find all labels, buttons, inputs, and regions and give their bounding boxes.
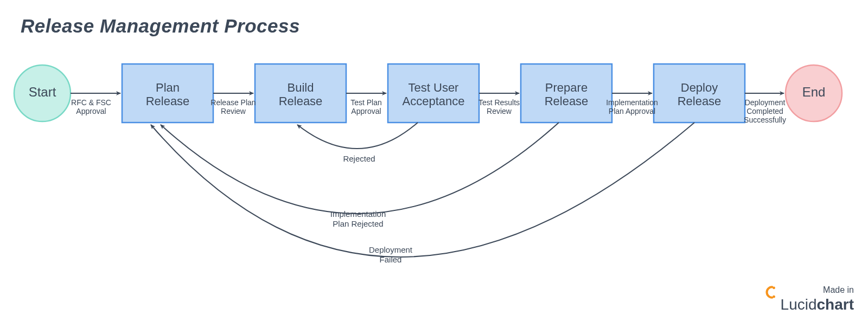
- edge-test-results-review: Test Results Review: [478, 93, 520, 115]
- feedback-deployment-failed: Deployment Failed: [151, 123, 694, 264]
- prepare-release-node: Prepare Release: [521, 64, 612, 123]
- svg-text:Start: Start: [29, 85, 56, 99]
- svg-point-44: [773, 296, 775, 298]
- svg-text:Release: Release: [279, 94, 323, 108]
- svg-text:Deploy: Deploy: [681, 81, 718, 94]
- svg-text:Review: Review: [487, 107, 512, 115]
- flowchart-canvas: Start Plan Release Build Release Test Us…: [0, 0, 868, 321]
- svg-text:Prepare: Prepare: [545, 81, 588, 94]
- deploy-release-node: Deploy Release: [654, 64, 745, 123]
- svg-text:Release: Release: [678, 94, 722, 108]
- svg-text:Rejected: Rejected: [343, 154, 375, 163]
- svg-text:Build: Build: [288, 81, 314, 94]
- start-node: Start: [14, 65, 71, 121]
- svg-text:Test Plan: Test Plan: [350, 98, 382, 107]
- svg-text:Plan Rejected: Plan Rejected: [333, 219, 383, 228]
- svg-text:Successfully: Successfully: [744, 115, 786, 124]
- svg-text:Test User: Test User: [409, 81, 459, 94]
- edge-test-plan-approval: Test Plan Approval: [346, 93, 386, 115]
- edge-implementation-plan-approval: Implementation Plan Approval: [606, 93, 658, 115]
- feedback-rejected: Rejected: [297, 123, 418, 163]
- svg-text:Release: Release: [545, 94, 589, 108]
- svg-text:Approval: Approval: [76, 107, 106, 115]
- svg-text:Implementation: Implementation: [606, 98, 658, 107]
- svg-text:Deployment: Deployment: [369, 245, 413, 254]
- svg-text:RFC & FSC: RFC & FSC: [71, 98, 111, 107]
- edge-release-plan-review: Release Plan Review: [210, 93, 256, 115]
- svg-text:Acceptance: Acceptance: [403, 94, 465, 108]
- footer-attribution: Made in Lucidchart: [763, 285, 854, 313]
- svg-text:Implementation: Implementation: [330, 209, 386, 219]
- test-user-acceptance-node: Test User Acceptance: [388, 64, 479, 123]
- brand-suffix: chart: [817, 296, 854, 313]
- brand-prefix: Lucid: [781, 296, 817, 313]
- edge-deployment-completed: Deployment Completed Successfully: [744, 93, 786, 124]
- svg-text:Plan: Plan: [156, 81, 180, 94]
- svg-text:Review: Review: [221, 107, 246, 115]
- svg-text:Completed: Completed: [746, 107, 783, 115]
- svg-text:Failed: Failed: [380, 255, 402, 264]
- edge-rfc-fsc-approval: RFC & FSC Approval: [71, 93, 120, 115]
- svg-point-43: [773, 286, 775, 289]
- lucidchart-logo-icon: [763, 298, 777, 312]
- svg-text:Approval: Approval: [351, 107, 381, 115]
- svg-text:Plan Approval: Plan Approval: [609, 107, 655, 115]
- build-release-node: Build Release: [255, 64, 346, 123]
- svg-text:End: End: [802, 85, 826, 99]
- svg-text:Release: Release: [146, 94, 190, 108]
- end-node: End: [786, 65, 842, 121]
- brand-label: Lucidchart: [763, 296, 854, 313]
- svg-text:Release Plan: Release Plan: [210, 98, 256, 107]
- svg-text:Deployment: Deployment: [745, 98, 786, 107]
- svg-text:Test Results: Test Results: [478, 98, 520, 107]
- plan-release-node: Plan Release: [122, 64, 213, 123]
- feedback-implementation-plan-rejected: Implementation Plan Rejected: [161, 123, 559, 228]
